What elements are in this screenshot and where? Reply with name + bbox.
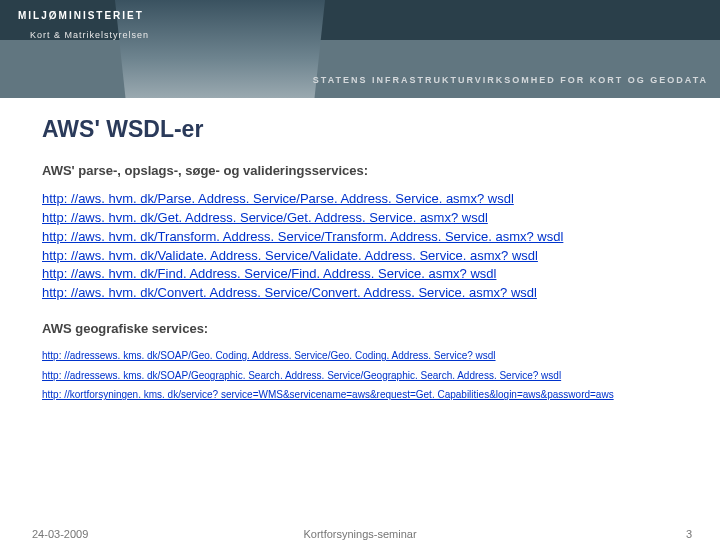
wsdl-link[interactable]: http: //aws. hvm. dk/Find. Address. Serv… [42, 265, 688, 284]
footer-title: Kortforsynings-seminar [0, 528, 720, 540]
footer-page-number: 3 [686, 528, 692, 540]
section-2-heading: AWS geografiske services: [42, 321, 688, 336]
wsdl-link[interactable]: http: //aws. hvm. dk/Parse. Address. Ser… [42, 190, 688, 209]
ministry-label: MILJØMINISTERIET [18, 10, 144, 21]
section-1-heading: AWS' parse-, opslags-, søge- og valideri… [42, 163, 688, 178]
wsdl-link[interactable]: http: //kortforsyningen. kms. dk/service… [42, 387, 688, 403]
link-list-1: http: //aws. hvm. dk/Parse. Address. Ser… [42, 190, 688, 303]
banner-image [115, 0, 325, 98]
page-title: AWS' WSDL-er [42, 116, 688, 143]
link-list-2: http: //adressews. kms. dk/SOAP/Geo. Cod… [42, 348, 688, 403]
header-banner: MILJØMINISTERIET Kort & Matrikelstyrelse… [0, 0, 720, 98]
tagline-label: STATENS INFRASTRUKTURVIRKSOMHED FOR KORT… [313, 75, 708, 85]
slide-content: AWS' WSDL-er AWS' parse-, opslags-, søge… [0, 98, 720, 403]
wsdl-link[interactable]: http: //aws. hvm. dk/Get. Address. Servi… [42, 209, 688, 228]
wsdl-link[interactable]: http: //adressews. kms. dk/SOAP/Geo. Cod… [42, 348, 688, 364]
wsdl-link[interactable]: http: //adressews. kms. dk/SOAP/Geograph… [42, 368, 688, 384]
wsdl-link[interactable]: http: //aws. hvm. dk/Transform. Address.… [42, 228, 688, 247]
wsdl-link[interactable]: http: //aws. hvm. dk/Validate. Address. … [42, 247, 688, 266]
agency-label: Kort & Matrikelstyrelsen [30, 30, 149, 40]
wsdl-link[interactable]: http: //aws. hvm. dk/Convert. Address. S… [42, 284, 688, 303]
